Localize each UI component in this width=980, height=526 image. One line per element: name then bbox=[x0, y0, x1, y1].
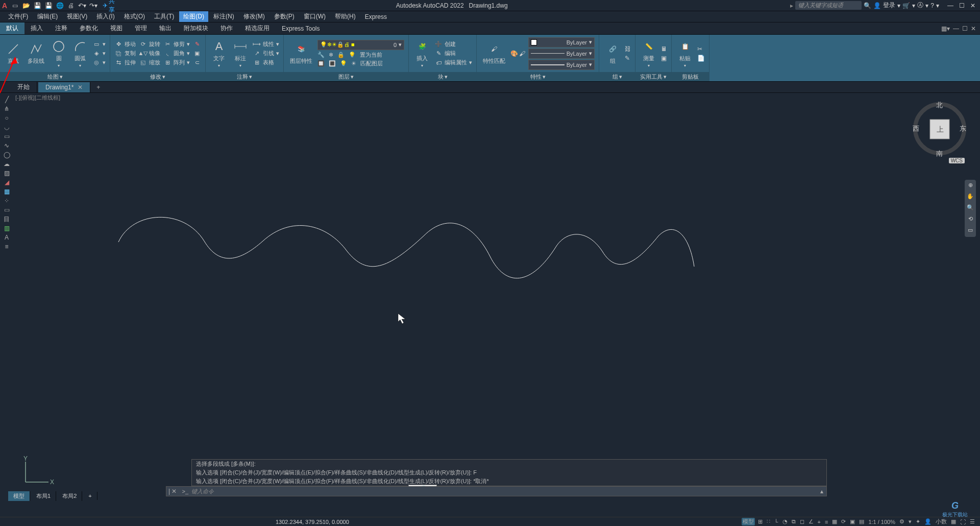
tab-close-icon[interactable]: ✕ bbox=[78, 84, 83, 91]
login-label[interactable]: 登录 bbox=[883, 1, 895, 10]
cut-icon[interactable]: ✂ bbox=[697, 45, 705, 53]
tool-region-icon[interactable]: ◢ bbox=[0, 178, 13, 187]
ribbon-tab[interactable]: 视图 bbox=[104, 22, 129, 34]
nav-show-icon[interactable]: ▭ bbox=[966, 227, 974, 235]
qat-share-button[interactable]: ✈ 共享 bbox=[104, 1, 113, 10]
menu-item[interactable]: 窗口(W) bbox=[300, 11, 330, 22]
status-iso-icon[interactable]: ⧉ bbox=[791, 518, 797, 525]
tool-a-icon[interactable]: A bbox=[0, 233, 13, 242]
status-model[interactable]: 模型 bbox=[742, 518, 755, 525]
table-button[interactable]: ⊞表格 bbox=[253, 59, 279, 67]
ribbon-tab[interactable]: Express Tools bbox=[276, 22, 326, 34]
menu-item[interactable]: 编辑(E) bbox=[33, 11, 62, 22]
status-qp-icon[interactable]: ▤ bbox=[858, 518, 865, 525]
qat-redo-icon[interactable]: ↷▾ bbox=[89, 1, 98, 10]
offset-icon[interactable]: ⊂ bbox=[193, 59, 201, 67]
status-osnap-icon[interactable]: ◻ bbox=[799, 518, 805, 525]
tab-start[interactable]: 开始 bbox=[10, 81, 37, 93]
copy-button[interactable]: ⿻复制 bbox=[114, 50, 136, 58]
status-grid-icon[interactable]: ⊞ bbox=[757, 518, 764, 525]
tool-text-icon[interactable]: ▭ bbox=[0, 205, 13, 214]
exchange-icon[interactable]: 🛒 bbox=[902, 2, 910, 9]
status-transp-icon[interactable]: ▦ bbox=[831, 518, 838, 525]
layer-dropdown[interactable]: 💡❄☀🔒🖨 ■ 0 ▾ bbox=[317, 40, 404, 50]
color-tool-icon[interactable]: 🎨🖌 bbox=[510, 50, 525, 57]
hatch-button[interactable]: ◈▾ bbox=[92, 50, 106, 58]
tool-point-icon[interactable]: ▦ bbox=[0, 187, 13, 196]
layer-lock-icon[interactable]: 🔒 bbox=[337, 52, 345, 58]
tab-add-icon[interactable]: + bbox=[91, 84, 105, 91]
status-full-icon[interactable]: ⛶ bbox=[959, 519, 967, 525]
layer-off-icon[interactable]: 💡 bbox=[349, 52, 356, 58]
viewcube[interactable]: 上 北 南 西 东 WCS bbox=[912, 97, 968, 163]
match-layer-button[interactable]: 匹配图层 bbox=[360, 60, 383, 67]
menu-item[interactable]: 帮助(H) bbox=[331, 11, 360, 22]
qat-plot-icon[interactable]: 🖨 bbox=[66, 1, 76, 10]
doc-close-icon[interactable]: ✕ bbox=[971, 25, 976, 32]
layer-iso-icon[interactable]: 🔲 bbox=[317, 60, 325, 67]
menu-item[interactable]: 工具(T) bbox=[150, 11, 178, 22]
setcurrent-button[interactable]: 置为当前 bbox=[360, 51, 382, 59]
group-button[interactable]: 🔗组 bbox=[603, 41, 622, 66]
edit-attr-button[interactable]: 🏷编辑属性 ▾ bbox=[434, 59, 472, 67]
match-props-button[interactable]: 🖌特性匹配 bbox=[481, 41, 507, 66]
status-gear-icon[interactable]: ⚙ bbox=[898, 518, 905, 525]
layout-tab-2[interactable]: 布局2 bbox=[57, 491, 82, 501]
tool-more-icon[interactable]: ≡ bbox=[0, 242, 13, 251]
mirror-button[interactable]: ▲▽镜像 bbox=[139, 50, 160, 58]
wcs-label[interactable]: WCS bbox=[949, 158, 965, 163]
status-anno2-icon[interactable]: 👤 bbox=[923, 518, 933, 525]
layer-uniso-icon[interactable]: 🔳 bbox=[329, 60, 336, 67]
login-icon[interactable]: 👤 bbox=[873, 2, 881, 9]
create-block-button[interactable]: ➕创建 bbox=[434, 40, 472, 49]
ribbon-tab[interactable]: 协作 bbox=[214, 22, 239, 34]
menu-item[interactable]: 插入(I) bbox=[92, 11, 118, 22]
lineweight-dropdown[interactable]: ByLayer▾ bbox=[528, 49, 595, 59]
menu-item[interactable]: 绘图(D) bbox=[179, 11, 208, 22]
move-button[interactable]: ✥移动 bbox=[114, 40, 136, 49]
a360-icon[interactable]: Ⓐ bbox=[917, 1, 923, 10]
drawing-canvas[interactable] bbox=[0, 93, 153, 170]
menu-item[interactable]: 格式(O) bbox=[120, 11, 149, 22]
menu-item[interactable]: 标注(N) bbox=[209, 11, 238, 22]
nav-wheel-icon[interactable]: ⊕ bbox=[966, 182, 974, 190]
circle-button[interactable]: 圆▾ bbox=[50, 38, 68, 69]
layer-thaw-icon[interactable]: ☀ bbox=[351, 60, 356, 67]
max-icon[interactable]: ☐ bbox=[957, 2, 967, 9]
ribbon-tab[interactable]: 精选应用 bbox=[239, 22, 276, 34]
layout-tab-add[interactable]: + bbox=[83, 492, 97, 500]
leader-button[interactable]: ↗引线 ▾ bbox=[253, 50, 279, 58]
tab-drawing[interactable]: Drawing1*✕ bbox=[38, 82, 90, 92]
edit-block-button[interactable]: ✎编辑 bbox=[434, 50, 472, 58]
nav-pan-icon[interactable]: ✋ bbox=[966, 193, 974, 201]
search-input[interactable]: 键入关键字或短语 bbox=[795, 1, 862, 10]
ribbon-tab[interactable]: 输出 bbox=[153, 22, 178, 34]
scale-button[interactable]: ◱缩放 bbox=[139, 59, 160, 67]
layer-props-button[interactable]: 📚图层特性 bbox=[288, 41, 314, 66]
status-ws-icon[interactable]: ▦ bbox=[950, 518, 957, 525]
paste-button[interactable]: 📋粘贴▾ bbox=[676, 38, 694, 69]
nav-orbit-icon[interactable]: ⟲ bbox=[966, 216, 974, 224]
command-line[interactable]: | ✕ >_ 键入命令 ▴ bbox=[166, 486, 827, 496]
linetype-dropdown[interactable]: ByLayer▾ bbox=[528, 60, 595, 70]
tool-hatch-icon[interactable]: ▨ bbox=[0, 169, 13, 178]
explode-icon[interactable]: ▣ bbox=[193, 50, 201, 58]
stretch-button[interactable]: ⇆拉伸 bbox=[114, 59, 136, 67]
copy-clip-icon[interactable]: 📄 bbox=[697, 55, 705, 62]
nav-zoom-icon[interactable]: 🔍 bbox=[966, 204, 974, 212]
insert-block-button[interactable]: 🧩插入▾ bbox=[413, 38, 431, 69]
menu-item[interactable]: 视图(V) bbox=[63, 11, 91, 22]
status-ortho-icon[interactable]: └ bbox=[773, 519, 779, 525]
menu-item[interactable]: 修改(M) bbox=[239, 11, 269, 22]
trim-button[interactable]: ✂修剪 ▾ bbox=[163, 40, 190, 49]
layer-on-icon[interactable]: 💡 bbox=[340, 60, 347, 67]
calc-icon[interactable]: 🖩 bbox=[661, 45, 667, 53]
erase-icon[interactable]: ✎ bbox=[193, 40, 201, 49]
ribbon-tab[interactable]: 附加模块 bbox=[178, 22, 214, 34]
tool-grid-icon[interactable]: ⁘ bbox=[0, 196, 13, 205]
ellipse-button[interactable]: ◎▾ bbox=[92, 59, 106, 67]
status-zoom[interactable]: 1:1 / 100% bbox=[867, 519, 896, 525]
help-icon[interactable]: ? bbox=[930, 2, 934, 9]
rotate-button[interactable]: ⟳旋转 bbox=[139, 40, 160, 49]
search-icon[interactable]: 🔍 bbox=[864, 2, 871, 9]
